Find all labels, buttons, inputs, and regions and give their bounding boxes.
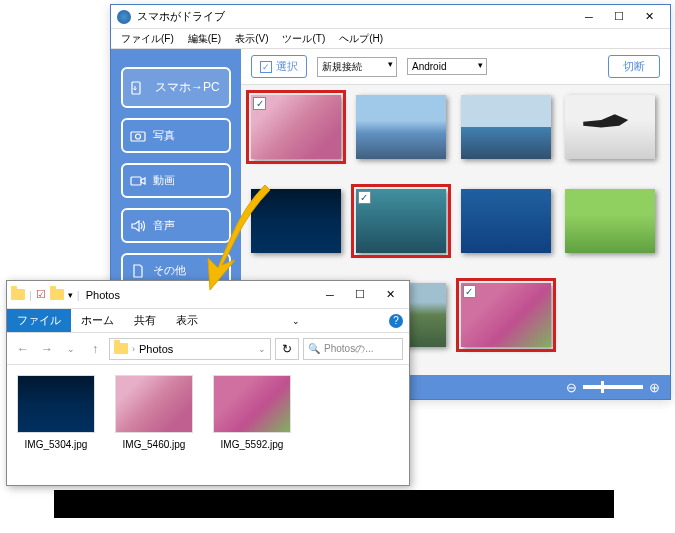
file-name: IMG_5304.jpg (25, 439, 88, 450)
svg-rect-0 (132, 82, 140, 94)
thumbnail-1[interactable]: ✓ (251, 95, 341, 159)
sidebar-main-label: スマホ→PC (155, 79, 220, 96)
file-list: IMG_5304.jpg IMG_5460.jpg IMG_5592.jpg (7, 365, 409, 460)
folder-icon (11, 289, 25, 300)
file-item-3[interactable]: IMG_5592.jpg (213, 375, 291, 450)
window-controls: ─ ☐ ✕ (574, 6, 664, 28)
disconnect-button[interactable]: 切断 (608, 55, 660, 78)
navigation-bar: ← → ⌄ ↑ › Photos ⌄ ↻ 🔍 Photosの... (7, 333, 409, 365)
folder-icon (50, 289, 64, 300)
quick-access-toolbar: | ☑ ▾ | (11, 288, 80, 301)
tab-home[interactable]: ホーム (71, 309, 124, 332)
sidebar-audio-label: 音声 (153, 218, 175, 233)
address-bar[interactable]: › Photos ⌄ (109, 338, 271, 360)
select-label: 選択 (276, 59, 298, 74)
device-dropdown[interactable]: Android (407, 58, 487, 75)
app-title: スマホがドライブ (137, 9, 574, 24)
minimize-button[interactable]: ─ (574, 6, 604, 28)
check-icon: ✓ (358, 191, 371, 204)
thumbnail-11[interactable]: ✓ (461, 283, 551, 347)
tab-file[interactable]: ファイル (7, 309, 71, 332)
qat-divider: | (29, 289, 32, 301)
sidebar-audio-button[interactable]: 音声 (121, 208, 231, 243)
qat-chevron[interactable]: ▾ (68, 290, 73, 300)
check-icon: ✓ (463, 285, 476, 298)
qat-divider: | (77, 289, 80, 301)
search-box[interactable]: 🔍 Photosの... (303, 338, 403, 360)
checkbox-icon: ✓ (260, 61, 272, 73)
file-thumbnail (17, 375, 95, 433)
phone-to-pc-icon (131, 81, 149, 95)
file-item-2[interactable]: IMG_5460.jpg (115, 375, 193, 450)
close-button[interactable]: ✕ (634, 6, 664, 28)
check-icon: ✓ (253, 97, 266, 110)
file-name: IMG_5460.jpg (123, 439, 186, 450)
search-icon: 🔍 (308, 343, 320, 354)
ribbon-expand-icon[interactable]: ⌄ (292, 316, 300, 326)
thumbnail-4[interactable] (565, 95, 655, 159)
sidebar-photo-label: 写真 (153, 128, 175, 143)
up-button[interactable]: ↑ (85, 339, 105, 359)
refresh-button[interactable]: ↻ (275, 338, 299, 360)
back-button[interactable]: ← (13, 339, 33, 359)
forward-button[interactable]: → (37, 339, 57, 359)
menu-file[interactable]: ファイル(F) (115, 30, 180, 48)
explorer-window: | ☑ ▾ | Photos ─ ☐ ✕ ファイル ホーム 共有 表示 ⌄ ? … (6, 280, 410, 486)
toolbar: ✓ 選択 新規接続 Android 切断 (241, 49, 670, 85)
sidebar-main-button[interactable]: スマホ→PC (121, 67, 231, 108)
thumbnail-8[interactable] (565, 189, 655, 253)
svg-rect-1 (131, 132, 145, 141)
tab-share[interactable]: 共有 (124, 309, 166, 332)
menubar: ファイル(F) 編集(E) 表示(V) ツール(T) ヘルプ(H) (111, 29, 670, 49)
app-icon (117, 10, 131, 24)
recent-dropdown[interactable]: ⌄ (61, 339, 81, 359)
file-thumbnail (213, 375, 291, 433)
tab-view[interactable]: 表示 (166, 309, 208, 332)
thumbnail-6[interactable]: ✓ (356, 189, 446, 253)
folder-icon (114, 343, 128, 354)
thumbnail-3[interactable] (461, 95, 551, 159)
sidebar-video-button[interactable]: 動画 (121, 163, 231, 198)
maximize-button[interactable]: ☐ (604, 6, 634, 28)
connection-dropdown[interactable]: 新規接続 (317, 57, 397, 77)
file-item-1[interactable]: IMG_5304.jpg (17, 375, 95, 450)
camera-icon (129, 129, 147, 143)
menu-tools[interactable]: ツール(T) (276, 30, 331, 48)
sidebar-video-label: 動画 (153, 173, 175, 188)
menu-edit[interactable]: 編集(E) (182, 30, 227, 48)
breadcrumb-path[interactable]: Photos (139, 343, 173, 355)
ribbon-tabs: ファイル ホーム 共有 表示 ⌄ ? (7, 309, 409, 333)
menu-view[interactable]: 表示(V) (229, 30, 274, 48)
explorer-minimize-button[interactable]: ─ (315, 284, 345, 306)
document-icon (129, 264, 147, 278)
explorer-title: Photos (86, 289, 315, 301)
svg-rect-3 (131, 177, 141, 185)
speaker-icon (129, 219, 147, 233)
thumbnail-2[interactable] (356, 95, 446, 159)
menu-help[interactable]: ヘルプ(H) (333, 30, 389, 48)
explorer-window-controls: ─ ☐ ✕ (315, 284, 405, 306)
sidebar-other-label: その他 (153, 263, 186, 278)
help-icon[interactable]: ? (389, 314, 403, 328)
app-titlebar: スマホがドライブ ─ ☐ ✕ (111, 5, 670, 29)
breadcrumb-sep: › (132, 344, 135, 354)
explorer-close-button[interactable]: ✕ (375, 284, 405, 306)
thumbnail-7[interactable] (461, 189, 551, 253)
explorer-titlebar: | ☑ ▾ | Photos ─ ☐ ✕ (7, 281, 409, 309)
select-all-checkbox[interactable]: ✓ 選択 (251, 55, 307, 78)
search-placeholder: Photosの... (324, 342, 373, 356)
svg-point-2 (136, 134, 141, 139)
zoom-in-icon[interactable]: ⊕ (649, 380, 660, 395)
caption-bar (54, 490, 614, 518)
file-name: IMG_5592.jpg (221, 439, 284, 450)
address-dropdown-icon[interactable]: ⌄ (258, 344, 266, 354)
file-thumbnail (115, 375, 193, 433)
qat-check-icon[interactable]: ☑ (36, 288, 46, 301)
explorer-maximize-button[interactable]: ☐ (345, 284, 375, 306)
video-icon (129, 174, 147, 188)
sidebar-photo-button[interactable]: 写真 (121, 118, 231, 153)
zoom-slider[interactable] (583, 385, 643, 389)
thumbnail-5[interactable] (251, 189, 341, 253)
zoom-out-icon[interactable]: ⊖ (566, 380, 577, 395)
